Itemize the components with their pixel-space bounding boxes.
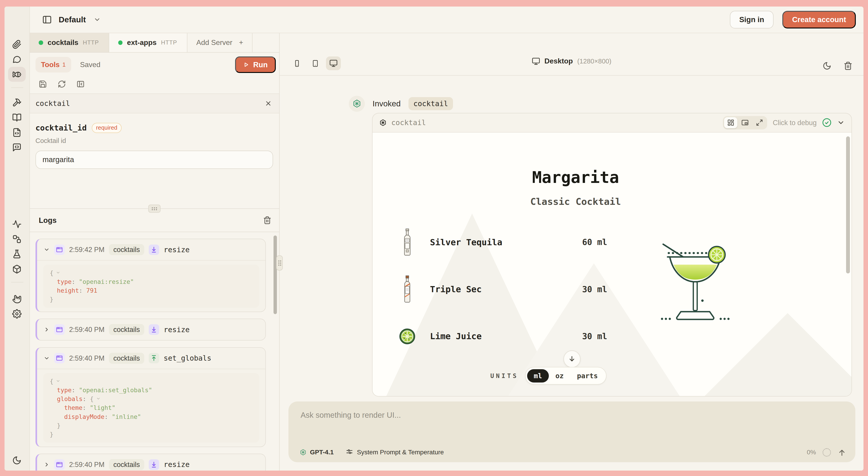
- device-tablet-icon[interactable]: [308, 57, 323, 70]
- tools-hammer-icon[interactable]: [8, 95, 26, 110]
- required-badge: required: [92, 123, 122, 133]
- add-server-button[interactable]: Add Server +: [187, 33, 252, 52]
- run-button[interactable]: Run: [235, 57, 276, 73]
- json-viewer: { type"openai:resize" height791 }: [43, 265, 259, 308]
- box-icon[interactable]: [8, 262, 26, 276]
- sliders-icon: [346, 449, 353, 456]
- view-mode-segmented-control: [723, 116, 767, 129]
- docs-book-icon[interactable]: [8, 110, 26, 125]
- window-icon: [54, 353, 65, 364]
- settings-gear-icon[interactable]: [8, 306, 26, 321]
- topbar: Default Sign in Create account: [30, 6, 864, 33]
- sidebar-toggle-icon[interactable]: [42, 15, 52, 25]
- tool-actions-row: [30, 77, 279, 93]
- window-icon: [54, 459, 65, 470]
- widget-viewport: Margarita Classic Cocktail Silver Tequil…: [373, 132, 851, 396]
- scroll-down-button[interactable]: [563, 350, 581, 368]
- invoked-row: Invoked cocktail: [349, 96, 453, 112]
- resize-grip-horizontal[interactable]: [149, 205, 161, 213]
- play-icon: [243, 62, 249, 68]
- unit-ml-button[interactable]: ml: [527, 369, 549, 382]
- ingredient-row: Silver Tequila 60 ml: [397, 219, 607, 266]
- system-prompt-settings[interactable]: System Prompt & Temperature: [346, 449, 444, 456]
- app-window: Default Sign in Create account cocktails…: [4, 6, 864, 471]
- workspace-chevron-icon[interactable]: [94, 16, 101, 23]
- send-button[interactable]: [837, 448, 846, 457]
- cocktail-id-input[interactable]: [35, 150, 273, 169]
- log-entry: 2:59:42 PM cocktails resize { type"opena…: [35, 239, 266, 312]
- server-tab-cocktails[interactable]: cocktails HTTP: [30, 33, 109, 52]
- chevron-down-icon[interactable]: [43, 355, 50, 361]
- flask-icon[interactable]: [8, 246, 26, 262]
- attachments-icon[interactable]: [8, 37, 26, 52]
- clear-logs-trash-icon[interactable]: [263, 216, 272, 225]
- refresh-icon[interactable]: [58, 80, 66, 88]
- unit-oz-button[interactable]: oz: [549, 369, 570, 382]
- log-server-chip: cocktails: [109, 244, 145, 255]
- clear-preview-trash-icon[interactable]: [844, 61, 852, 70]
- collapse-chevron-icon[interactable]: [837, 119, 845, 127]
- log-event: resize: [164, 326, 190, 334]
- logs-scrollbar[interactable]: [274, 236, 277, 314]
- log-server-chip: cocktails: [109, 353, 145, 364]
- icon-rail: [4, 6, 30, 471]
- device-label: Desktop (1280×800): [532, 57, 612, 65]
- chevron-down-icon[interactable]: [43, 246, 50, 253]
- tab-tools[interactable]: Tools 1: [35, 57, 71, 72]
- log-entry-header[interactable]: 2:59:40 PM cocktails resize: [37, 319, 266, 340]
- tool-card-header[interactable]: cocktail Click to debug: [373, 113, 851, 132]
- log-entry: 2:59:40 PM cocktails resize: [35, 318, 266, 341]
- close-icon[interactable]: [265, 100, 272, 107]
- message-code-icon[interactable]: [8, 140, 26, 155]
- cocktail-title: Margarita: [373, 168, 779, 187]
- fullscreen-view-icon[interactable]: [753, 117, 766, 128]
- log-entry-header[interactable]: 2:59:42 PM cocktails resize: [37, 239, 266, 260]
- file-code-icon[interactable]: [8, 125, 26, 140]
- server-tab-ext-apps[interactable]: ext-apps HTTP: [109, 33, 187, 52]
- workspace-name[interactable]: Default: [59, 15, 86, 24]
- monitor-icon: [532, 57, 540, 66]
- pip-view-icon[interactable]: [739, 117, 752, 128]
- log-entry-body: { type"openai:resize" height791 }: [37, 260, 266, 311]
- tab-saved[interactable]: Saved: [80, 61, 100, 69]
- arrow-down-to-line-icon: [149, 244, 159, 255]
- logs-title: Logs: [39, 216, 57, 225]
- fish-playground-icon[interactable]: [8, 67, 26, 82]
- activity-icon[interactable]: [8, 217, 26, 232]
- triple-sec-bottle-icon: [397, 273, 418, 305]
- collapse-panel-icon[interactable]: [76, 80, 85, 88]
- theme-moon-icon[interactable]: [823, 61, 831, 70]
- server-tabs: cocktails HTTP ext-apps HTTP Add Server …: [30, 33, 279, 53]
- tool-params: cocktail_id required Cocktail id: [30, 113, 279, 208]
- success-check-icon: [822, 118, 832, 127]
- window-icon: [54, 324, 65, 335]
- dark-mode-moon-icon[interactable]: [8, 453, 26, 468]
- workflow-icon[interactable]: [8, 232, 26, 246]
- prompt-input[interactable]: [300, 410, 681, 420]
- device-desktop-icon[interactable]: [326, 57, 341, 70]
- unit-parts-button[interactable]: parts: [570, 369, 604, 382]
- log-time: 2:59:40 PM: [69, 326, 105, 334]
- device-phone-icon[interactable]: [289, 57, 305, 70]
- server-status-dot: [39, 40, 43, 45]
- param-name: cocktail_id: [35, 123, 87, 132]
- sign-in-button[interactable]: Sign in: [730, 11, 774, 29]
- logs-list: 2:59:42 PM cocktails resize { type"opena…: [30, 232, 279, 471]
- chevron-right-icon[interactable]: [43, 327, 50, 333]
- model-selector[interactable]: GPT-4.1: [300, 449, 334, 456]
- log-entry-header[interactable]: 2:59:40 PM cocktails resize: [37, 454, 266, 471]
- log-entry-header[interactable]: 2:59:40 PM cocktails set_globals: [37, 348, 266, 369]
- save-icon[interactable]: [39, 80, 47, 88]
- widget-scrollbar[interactable]: [846, 136, 850, 273]
- chat-icon[interactable]: [8, 52, 26, 67]
- panel-resize-handle[interactable]: [276, 256, 283, 270]
- hand-gesture-icon[interactable]: [8, 292, 26, 306]
- server-status-dot: [118, 40, 123, 45]
- chevron-right-icon[interactable]: [43, 462, 50, 468]
- selected-tool-row: cocktail: [30, 94, 279, 113]
- ingredient-row: Triple Sec 30 ml: [397, 266, 607, 313]
- create-account-button[interactable]: Create account: [782, 11, 856, 29]
- tools-panel: cocktails HTTP ext-apps HTTP Add Server …: [30, 33, 279, 471]
- inline-view-icon[interactable]: [724, 117, 737, 128]
- debug-hint[interactable]: Click to debug: [773, 119, 817, 127]
